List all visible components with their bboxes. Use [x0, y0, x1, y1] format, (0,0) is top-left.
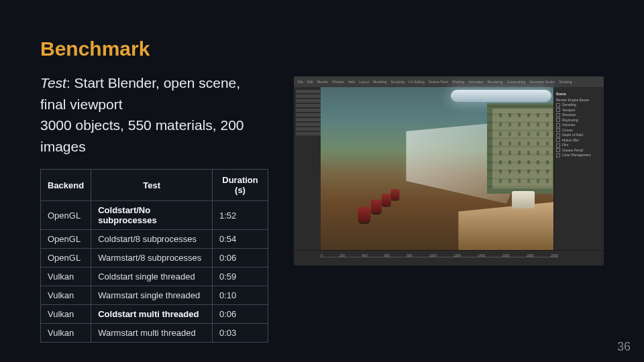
cell-duration: 0:03 — [213, 324, 268, 343]
test-label: Test — [40, 75, 66, 90]
cell-backend: Vulkan — [41, 324, 91, 343]
blender-timeline: 0200400600800100012001400160018002000 — [294, 250, 604, 265]
benchmark-table: Backend Test Duration (s) OpenGLColdstar… — [40, 169, 268, 343]
menu-item: Edit — [307, 80, 313, 84]
panel-header: Scene — [556, 92, 602, 97]
panel-row: Shadows — [556, 113, 602, 118]
cell-duration: 0:10 — [213, 286, 268, 305]
cell-test: Warmstart multi threaded — [91, 324, 213, 343]
blender-topbar: FileEditRenderWindowHelpLayoutModelingSc… — [294, 76, 604, 87]
menu-item: Scripting — [559, 80, 572, 84]
blender-screenshot: FileEditRenderWindowHelpLayoutModelingSc… — [294, 76, 604, 265]
cell-test: Coldstart/No subprocesses — [91, 201, 213, 230]
table-head: Backend Test Duration (s) — [41, 170, 268, 201]
cell-test: Warmstart single threaded — [91, 286, 213, 305]
timeline-tick: 200 — [339, 253, 345, 257]
table-row: OpenGLColdstart/8 subprocesses0:54 — [41, 230, 268, 249]
table-row: VulkanWarmstart single threaded0:10 — [41, 286, 268, 305]
panel-row: Sampling — [556, 103, 602, 108]
panel-row: Motion Blur — [556, 138, 602, 143]
menu-item: Compositing — [507, 80, 526, 84]
wall-right — [487, 103, 558, 193]
cell-test: Coldstart/8 subprocesses — [91, 230, 213, 249]
cell-duration: 0:54 — [213, 230, 268, 249]
blender-viewport — [321, 87, 558, 251]
test-line1: : Start Blender, open scene, final viewp… — [40, 75, 240, 112]
cell-backend: Vulkan — [41, 305, 91, 324]
th-duration: Duration (s) — [213, 170, 268, 201]
cell-backend: OpenGL — [41, 230, 91, 249]
menu-item: Texture Paint — [429, 80, 448, 84]
timeline-tick: 2000 — [551, 253, 558, 257]
test-description: Test: Start Blender, open scene, final v… — [40, 72, 268, 157]
panel-row: Film — [556, 143, 602, 148]
menu-item: Sculpting — [391, 80, 405, 84]
panel-row: Viewport — [556, 108, 602, 113]
th-test: Test — [91, 170, 213, 201]
cell-test: Warmstart/8 subprocesses — [91, 249, 213, 267]
table-row: OpenGLWarmstart/8 subprocesses0:06 — [41, 249, 268, 267]
cell-backend: Vulkan — [41, 286, 91, 305]
cell-duration: 1:52 — [213, 201, 268, 230]
slide-body: Test: Start Blender, open scene, final v… — [40, 72, 604, 343]
cash-register — [512, 191, 535, 208]
table-body: OpenGLColdstart/No subprocesses1:52OpenG… — [41, 201, 268, 343]
cell-backend: OpenGL — [41, 201, 91, 230]
menu-item: Modeling — [373, 80, 386, 84]
menu-item: File — [298, 80, 303, 84]
cell-test: Coldstart single threaded — [91, 267, 213, 286]
panel-row: Volumes — [556, 123, 602, 128]
timeline-tick: 1200 — [453, 253, 461, 257]
menu-item: Layout — [359, 80, 369, 84]
menu-item: Help — [348, 80, 355, 84]
table-row: VulkanColdstart single threaded0:59 — [41, 267, 268, 286]
panel-row: Curves — [556, 128, 602, 133]
blender-properties-panel: SceneRender Engine EeveeSamplingViewport… — [553, 87, 604, 251]
cell-backend: OpenGL — [41, 249, 91, 267]
timeline-tick: 800 — [407, 253, 412, 257]
menu-item: Animation — [468, 80, 483, 84]
test-line2: 3000 objects, 550 materials, 200 images — [40, 117, 244, 154]
menu-item: Geometry Nodes — [529, 80, 555, 84]
slide-title: Benchmark — [40, 38, 604, 60]
timeline-tick: 400 — [362, 253, 367, 257]
th-backend: Backend — [41, 170, 91, 201]
panel-row: Depth of Field — [556, 133, 602, 138]
timeline-tick: 1400 — [478, 253, 485, 257]
render-engine-row: Render Engine Eevee — [556, 98, 602, 103]
menu-item: Render — [317, 80, 328, 84]
barber-chairs — [359, 156, 430, 222]
menu-item: UV Editing — [409, 80, 425, 84]
cell-duration: 0:06 — [213, 305, 268, 324]
panel-row: Raytracing — [556, 118, 602, 123]
timeline-tick: 1000 — [429, 253, 437, 257]
right-column: FileEditRenderWindowHelpLayoutModelingSc… — [294, 72, 604, 265]
cell-test: Coldstart multi threaded — [91, 305, 213, 324]
timeline-tick: 1600 — [502, 253, 509, 257]
timeline-tick: 1800 — [527, 253, 534, 257]
panel-row: Color Management — [556, 153, 602, 158]
timeline-tick: 600 — [384, 253, 390, 257]
table-row: VulkanWarmstart multi threaded0:03 — [41, 324, 268, 343]
timeline-tick: 0 — [321, 253, 323, 257]
left-column: Test: Start Blender, open scene, final v… — [40, 72, 268, 343]
cell-backend: Vulkan — [41, 267, 91, 286]
menu-item: Window — [332, 80, 344, 84]
cell-duration: 0:59 — [213, 267, 268, 286]
ceiling-lamp — [451, 90, 551, 102]
counter-desk — [458, 202, 558, 251]
timeline-ticks: 0200400600800100012001400160018002000 — [321, 253, 558, 257]
table-row: OpenGLColdstart/No subprocesses1:52 — [41, 201, 268, 230]
page-number: 36 — [617, 340, 631, 354]
table-row: VulkanColdstart multi threaded0:06 — [41, 305, 268, 324]
panel-row: Grease Pencil — [556, 148, 602, 154]
menu-item: Rendering — [487, 80, 502, 84]
cell-duration: 0:06 — [213, 249, 268, 267]
menu-item: Shading — [452, 80, 464, 84]
